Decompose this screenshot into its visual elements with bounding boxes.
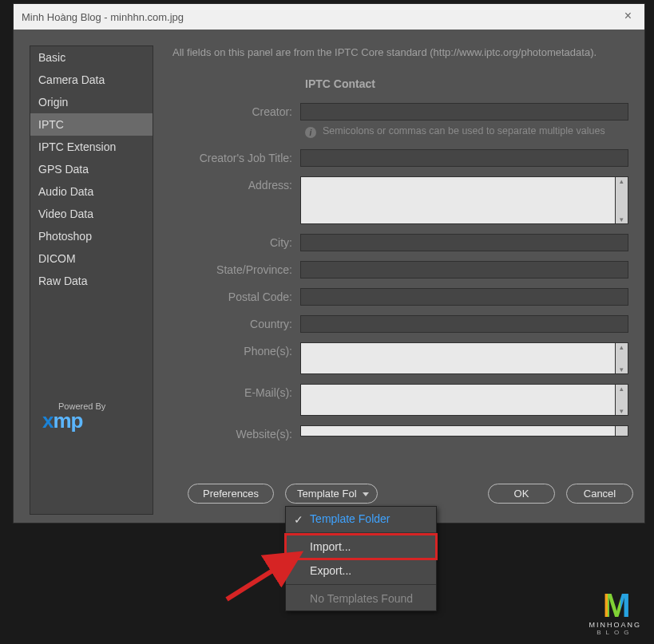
city-input[interactable] (300, 234, 628, 251)
watermark-logo: M MINHOANG BLOG (589, 592, 642, 636)
template-dropdown-menu: ✓ Template Folder Import... Export... No… (285, 506, 437, 611)
city-label: City: (172, 234, 300, 249)
scrollbar[interactable] (616, 425, 628, 437)
titlebar: Minh Hoàng Blog - minhhn.com.jpg × (14, 4, 644, 30)
sidebar-item-audio-data[interactable]: Audio Data (30, 180, 153, 203)
scrollbar[interactable]: ▴▾ (616, 342, 628, 374)
section-header: IPTC Contact (305, 77, 628, 90)
emails-label: E-Mail(s): (172, 384, 300, 399)
sidebar-item-raw-data[interactable]: Raw Data (30, 270, 153, 292)
bottom-bar: Preferences Template Fol ✓ Template Fold… (26, 478, 633, 508)
state-input[interactable] (300, 261, 628, 279)
websites-label: Website(s): (172, 425, 300, 441)
emails-input[interactable] (300, 384, 616, 416)
file-info-dialog: Minh Hoàng Blog - minhhn.com.jpg × Basic… (13, 3, 645, 523)
scrollbar[interactable]: ▴▾ (616, 176, 628, 224)
creator-hint-text: Semicolons or commas can be used to sepa… (323, 125, 605, 136)
menu-item-no-templates: No Templates Found (286, 587, 436, 610)
job-title-input[interactable] (300, 149, 628, 167)
menu-item-template-folder[interactable]: ✓ Template Folder (286, 507, 436, 531)
window-title: Minh Hoàng Blog - minhhn.com.jpg (22, 11, 184, 23)
creator-input[interactable] (300, 103, 628, 121)
ok-button[interactable]: OK (488, 484, 555, 504)
state-label: State/Province: (172, 261, 300, 276)
country-label: Country: (172, 315, 300, 330)
address-input[interactable] (300, 176, 616, 224)
phones-input[interactable] (300, 342, 616, 374)
postal-input[interactable] (300, 288, 628, 306)
websites-input[interactable] (300, 425, 616, 437)
check-icon: ✓ (294, 513, 303, 526)
xmp-logo: xmp (42, 409, 82, 433)
dialog-content: Basic Camera Data Origin IPTC IPTC Exten… (14, 30, 644, 523)
phones-label: Phone(s): (172, 342, 300, 358)
sidebar-item-dicom[interactable]: DICOM (30, 247, 153, 270)
info-icon: i (305, 127, 316, 138)
country-input[interactable] (300, 315, 628, 333)
sidebar-item-origin[interactable]: Origin (30, 91, 153, 113)
scrollbar[interactable]: ▴▾ (616, 384, 628, 416)
preferences-button[interactable]: Preferences (188, 484, 274, 504)
template-dropdown[interactable]: Template Fol (285, 484, 378, 504)
menu-separator (286, 532, 436, 533)
cancel-button[interactable]: Cancel (566, 484, 633, 504)
sidebar-item-basic[interactable]: Basic (30, 46, 153, 69)
close-icon[interactable]: × (620, 9, 636, 23)
sidebar-item-gps-data[interactable]: GPS Data (30, 158, 153, 180)
postal-label: Postal Code: (172, 288, 300, 303)
intro-text: All fields on this panel are from the IP… (172, 45, 628, 60)
menu-item-import[interactable]: Import... (286, 535, 436, 559)
sidebar-item-camera-data[interactable]: Camera Data (30, 69, 153, 91)
sidebar-item-iptc-extension[interactable]: IPTC Extension (30, 136, 153, 158)
sidebar-item-photoshop[interactable]: Photoshop (30, 225, 153, 247)
menu-item-export[interactable]: Export... (286, 559, 436, 583)
address-label: Address: (172, 176, 300, 192)
main-panel: All fields on this panel are from the IP… (153, 45, 628, 515)
job-title-label: Creator's Job Title: (172, 149, 300, 164)
creator-hint: i Semicolons or commas can be used to se… (300, 125, 605, 138)
category-sidebar: Basic Camera Data Origin IPTC IPTC Exten… (30, 45, 153, 515)
sidebar-item-video-data[interactable]: Video Data (30, 203, 153, 225)
menu-separator (286, 584, 436, 585)
creator-label: Creator: (172, 103, 300, 118)
sidebar-item-iptc[interactable]: IPTC (30, 113, 153, 136)
